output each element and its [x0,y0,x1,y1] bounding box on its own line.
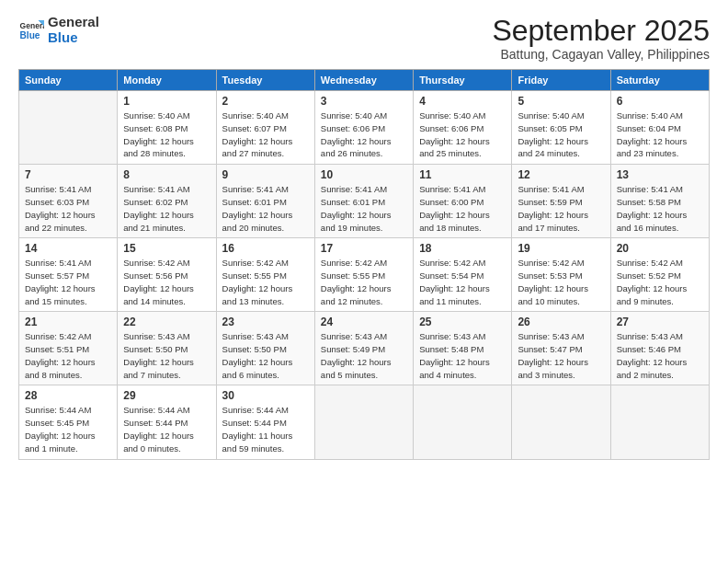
calendar-cell: 22Sunrise: 5:43 AM Sunset: 5:50 PM Dayli… [118,312,216,385]
header-sunday: Sunday [19,70,118,91]
day-info: Sunrise: 5:43 AM Sunset: 5:50 PM Dayligh… [222,330,309,381]
svg-text:Blue: Blue [20,30,40,40]
day-number: 22 [123,316,210,328]
calendar-cell: 23Sunrise: 5:43 AM Sunset: 5:50 PM Dayli… [216,312,314,385]
day-number: 15 [123,242,210,255]
header-monday: Monday [118,70,216,91]
week-row-4: 28Sunrise: 5:44 AM Sunset: 5:45 PM Dayli… [19,385,710,459]
calendar-cell: 14Sunrise: 5:41 AM Sunset: 5:57 PM Dayli… [19,238,118,312]
week-row-0: 1Sunrise: 5:40 AM Sunset: 6:08 PM Daylig… [19,91,710,165]
calendar-cell: 20Sunrise: 5:42 AM Sunset: 5:52 PM Dayli… [610,238,709,312]
day-number: 16 [222,242,309,255]
header-thursday: Thursday [414,70,512,91]
calendar-cell [512,385,610,459]
week-row-2: 14Sunrise: 5:41 AM Sunset: 5:57 PM Dayli… [19,238,710,312]
calendar-cell: 27Sunrise: 5:43 AM Sunset: 5:46 PM Dayli… [610,312,709,385]
day-info: Sunrise: 5:41 AM Sunset: 6:02 PM Dayligh… [123,183,210,234]
day-number: 17 [321,242,407,255]
day-info: Sunrise: 5:44 AM Sunset: 5:44 PM Dayligh… [123,404,210,454]
week-row-3: 21Sunrise: 5:42 AM Sunset: 5:51 PM Dayli… [19,312,710,385]
header-wednesday: Wednesday [314,70,413,91]
day-info: Sunrise: 5:41 AM Sunset: 5:57 PM Dayligh… [25,257,111,307]
day-info: Sunrise: 5:40 AM Sunset: 6:08 PM Dayligh… [123,109,210,160]
day-number: 19 [518,242,604,255]
calendar-cell: 8Sunrise: 5:41 AM Sunset: 6:02 PM Daylig… [118,165,216,238]
header-saturday: Saturday [610,70,709,91]
day-info: Sunrise: 5:42 AM Sunset: 5:55 PM Dayligh… [321,257,407,307]
logo-icon: General Blue [18,17,44,43]
day-info: Sunrise: 5:43 AM Sunset: 5:46 PM Dayligh… [617,330,703,381]
day-number: 4 [419,95,506,108]
calendar-cell: 18Sunrise: 5:42 AM Sunset: 5:54 PM Dayli… [414,238,512,312]
day-number: 6 [617,95,703,108]
day-number: 9 [222,168,309,181]
day-info: Sunrise: 5:40 AM Sunset: 6:06 PM Dayligh… [419,109,506,160]
logo-blue: Blue [48,30,99,46]
day-info: Sunrise: 5:41 AM Sunset: 5:59 PM Dayligh… [518,183,604,234]
calendar-cell: 5Sunrise: 5:40 AM Sunset: 6:05 PM Daylig… [512,91,610,165]
calendar-cell: 12Sunrise: 5:41 AM Sunset: 5:59 PM Dayli… [512,165,610,238]
page-title: September 2025 [492,15,710,47]
day-info: Sunrise: 5:40 AM Sunset: 6:06 PM Dayligh… [321,109,407,160]
calendar-cell: 2Sunrise: 5:40 AM Sunset: 6:07 PM Daylig… [216,91,314,165]
calendar-cell: 26Sunrise: 5:43 AM Sunset: 5:47 PM Dayli… [512,312,610,385]
page-subtitle: Battung, Cagayan Valley, Philippines [492,47,710,62]
calendar-cell: 21Sunrise: 5:42 AM Sunset: 5:51 PM Dayli… [19,312,118,385]
svg-text:General: General [20,21,44,30]
day-number: 7 [25,168,111,181]
calendar-cell: 30Sunrise: 5:44 AM Sunset: 5:44 PM Dayli… [216,385,314,459]
day-info: Sunrise: 5:40 AM Sunset: 6:04 PM Dayligh… [617,109,703,160]
header-tuesday: Tuesday [216,70,314,91]
calendar-cell: 13Sunrise: 5:41 AM Sunset: 5:58 PM Dayli… [610,165,709,238]
day-number: 26 [518,316,604,328]
day-number: 1 [123,95,210,108]
day-number: 14 [25,242,111,255]
day-info: Sunrise: 5:43 AM Sunset: 5:50 PM Dayligh… [123,330,210,381]
day-info: Sunrise: 5:44 AM Sunset: 5:44 PM Dayligh… [222,404,309,454]
day-number: 2 [222,95,309,108]
calendar-cell: 19Sunrise: 5:42 AM Sunset: 5:53 PM Dayli… [512,238,610,312]
day-number: 8 [123,168,210,181]
day-number: 27 [617,316,703,328]
day-number: 10 [321,168,407,181]
day-number: 23 [222,316,309,328]
day-number: 21 [25,316,111,328]
day-number: 11 [419,168,506,181]
day-info: Sunrise: 5:42 AM Sunset: 5:54 PM Dayligh… [419,257,506,307]
day-info: Sunrise: 5:43 AM Sunset: 5:47 PM Dayligh… [518,330,604,381]
day-info: Sunrise: 5:41 AM Sunset: 6:03 PM Dayligh… [25,183,111,234]
day-info: Sunrise: 5:41 AM Sunset: 6:01 PM Dayligh… [321,183,407,234]
calendar-cell [314,385,413,459]
calendar-cell: 10Sunrise: 5:41 AM Sunset: 6:01 PM Dayli… [314,165,413,238]
header-friday: Friday [512,70,610,91]
day-number: 13 [617,168,703,181]
day-number: 30 [222,389,309,402]
calendar-cell [19,91,118,165]
day-number: 5 [518,95,604,108]
day-number: 20 [617,242,703,255]
calendar-cell: 24Sunrise: 5:43 AM Sunset: 5:49 PM Dayli… [314,312,413,385]
calendar-cell: 25Sunrise: 5:43 AM Sunset: 5:48 PM Dayli… [414,312,512,385]
week-row-1: 7Sunrise: 5:41 AM Sunset: 6:03 PM Daylig… [19,165,710,238]
day-info: Sunrise: 5:44 AM Sunset: 5:45 PM Dayligh… [25,404,111,454]
calendar-cell: 4Sunrise: 5:40 AM Sunset: 6:06 PM Daylig… [414,91,512,165]
day-info: Sunrise: 5:40 AM Sunset: 6:07 PM Dayligh… [222,109,309,160]
calendar-cell: 29Sunrise: 5:44 AM Sunset: 5:44 PM Dayli… [118,385,216,459]
day-number: 3 [321,95,407,108]
day-info: Sunrise: 5:43 AM Sunset: 5:49 PM Dayligh… [321,330,407,381]
day-info: Sunrise: 5:42 AM Sunset: 5:52 PM Dayligh… [617,257,703,307]
day-info: Sunrise: 5:41 AM Sunset: 5:58 PM Dayligh… [617,183,703,234]
calendar-cell: 7Sunrise: 5:41 AM Sunset: 6:03 PM Daylig… [19,165,118,238]
day-info: Sunrise: 5:42 AM Sunset: 5:56 PM Dayligh… [123,257,210,307]
day-info: Sunrise: 5:42 AM Sunset: 5:53 PM Dayligh… [518,257,604,307]
calendar-cell: 16Sunrise: 5:42 AM Sunset: 5:55 PM Dayli… [216,238,314,312]
calendar-cell: 17Sunrise: 5:42 AM Sunset: 5:55 PM Dayli… [314,238,413,312]
logo-general: General [48,15,99,30]
day-info: Sunrise: 5:42 AM Sunset: 5:51 PM Dayligh… [25,330,111,381]
calendar-cell: 28Sunrise: 5:44 AM Sunset: 5:45 PM Dayli… [19,385,118,459]
day-number: 29 [123,389,210,402]
calendar-cell: 6Sunrise: 5:40 AM Sunset: 6:04 PM Daylig… [610,91,709,165]
day-number: 24 [321,316,407,328]
day-info: Sunrise: 5:42 AM Sunset: 5:55 PM Dayligh… [222,257,309,307]
calendar-cell: 11Sunrise: 5:41 AM Sunset: 6:00 PM Dayli… [414,165,512,238]
